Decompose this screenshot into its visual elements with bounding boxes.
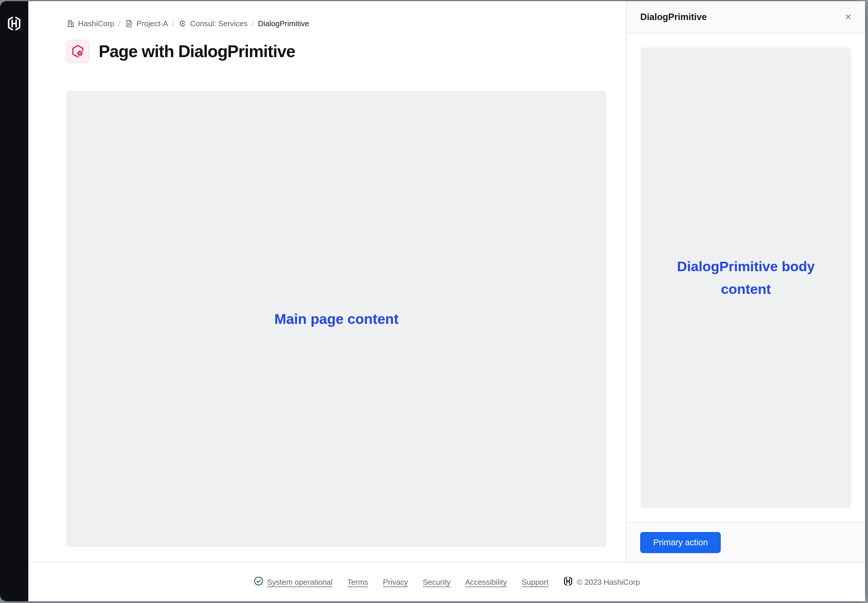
- main-content-placeholder: Main page content: [66, 91, 607, 547]
- dialog-title: DialogPrimitive: [640, 12, 707, 22]
- main-placeholder-text: Main page content: [274, 311, 398, 327]
- footer-link-security[interactable]: Security: [423, 578, 451, 587]
- primary-action-button[interactable]: Primary action: [640, 532, 721, 553]
- app-frame: HashiCorp / Project-A /: [0, 1, 865, 601]
- app-footer: System operational Terms Privacy Securit…: [28, 562, 865, 601]
- dialog-header: DialogPrimitive: [627, 1, 865, 34]
- footer-link-privacy[interactable]: Privacy: [383, 578, 408, 587]
- breadcrumb-label: HashiCorp: [78, 19, 114, 28]
- breadcrumb-separator: /: [252, 19, 254, 28]
- hexagon-gear-icon: [66, 40, 89, 63]
- main-area: HashiCorp / Project-A /: [28, 1, 626, 562]
- dialog-body-placeholder: DialogPrimitive body content: [640, 47, 851, 508]
- hashicorp-logo[interactable]: [6, 15, 22, 32]
- breadcrumb-label: Project-A: [136, 19, 168, 28]
- breadcrumb-item-hashicorp[interactable]: HashiCorp: [66, 19, 114, 28]
- page-header: Page with DialogPrimitive: [66, 40, 295, 63]
- breadcrumb-item-current: DialogPrimitive: [258, 19, 309, 28]
- breadcrumb-item-project-a[interactable]: Project-A: [125, 19, 168, 28]
- page-title: Page with DialogPrimitive: [99, 42, 295, 61]
- breadcrumb-label: DialogPrimitive: [258, 19, 309, 28]
- hashicorp-logo-small: [563, 576, 573, 588]
- org-building-icon: [66, 19, 75, 28]
- breadcrumb-item-consul-services[interactable]: Consul: Services: [178, 19, 248, 28]
- breadcrumb: HashiCorp / Project-A /: [66, 18, 309, 29]
- breadcrumb-separator: /: [118, 19, 121, 28]
- footer-brand: © 2023 HashiCorp: [563, 576, 640, 588]
- sidebar-rail: [0, 1, 28, 601]
- dialog-footer: Primary action: [627, 522, 865, 562]
- footer-link-support[interactable]: Support: [521, 578, 548, 587]
- footer-link-accessibility[interactable]: Accessibility: [465, 578, 507, 587]
- dialog-primitive-panel: DialogPrimitive DialogPrimitive body con…: [626, 1, 865, 562]
- dialog-placeholder-text: DialogPrimitive body content: [677, 255, 815, 300]
- dialog-body: DialogPrimitive body content: [627, 34, 865, 522]
- dialog-close-button[interactable]: [842, 10, 855, 24]
- breadcrumb-label: Consul: Services: [190, 19, 248, 28]
- consul-icon: [178, 19, 187, 28]
- footer-link-terms[interactable]: Terms: [347, 578, 368, 587]
- x-icon: [844, 13, 852, 22]
- check-circle-icon: [253, 576, 264, 588]
- breadcrumb-separator: /: [172, 19, 174, 28]
- status-link[interactable]: System operational: [267, 578, 333, 587]
- copyright-text: © 2023 HashiCorp: [577, 578, 640, 587]
- file-text-icon: [125, 19, 133, 28]
- system-status: System operational: [253, 576, 333, 588]
